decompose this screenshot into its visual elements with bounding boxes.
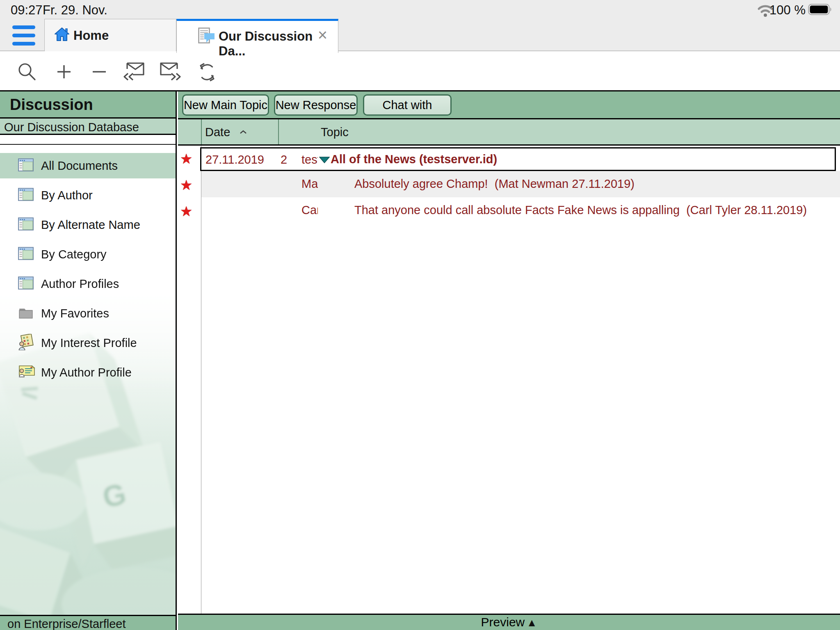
- column-header-date[interactable]: Date: [205, 126, 230, 139]
- column-divider: [278, 119, 279, 144]
- send-mail-icon[interactable]: [158, 61, 184, 81]
- interest-profile-icon: [18, 334, 34, 352]
- tab-discussion-database[interactable]: Our Discussion Da... ×: [176, 19, 338, 53]
- author-profile-icon: [18, 364, 35, 380]
- row-response-count: 2: [281, 153, 287, 167]
- main-view: New Main Topic New Response Chat with Au…: [177, 91, 840, 630]
- column-header-topic[interactable]: Topic: [321, 126, 349, 139]
- sidebar-footer: on Enterprise/Starfleet: [0, 615, 176, 630]
- star-icon[interactable]: ★: [180, 151, 196, 167]
- sidebar-item-label: My Favorites: [41, 307, 109, 320]
- sidebar-item-label: By Author: [41, 189, 93, 202]
- sidebar-item-author-profiles[interactable]: Author Profiles: [0, 271, 176, 297]
- sidebar-item-label: By Alternate Name: [41, 218, 140, 232]
- twistie-collapse-icon[interactable]: [319, 157, 330, 165]
- sidebar-item-label: All Documents: [41, 159, 118, 173]
- sidebar-item-my-favorites[interactable]: My Favorites: [0, 301, 176, 326]
- receive-mail-icon[interactable]: [121, 61, 148, 81]
- refresh-icon[interactable]: [196, 61, 219, 81]
- discussion-document-icon: [198, 27, 215, 47]
- sidebar-title: Discussion: [10, 96, 93, 114]
- row-topic: All of the News (testserver.id): [331, 153, 497, 166]
- app-window: 09:27 Fr. 29. Nov. 100 %: [0, 0, 840, 630]
- table-row-response[interactable]: Carl That anyone could call absolute Fac…: [201, 197, 840, 224]
- search-icon[interactable]: [16, 61, 39, 81]
- tab-home[interactable]: Home: [44, 19, 176, 51]
- close-icon[interactable]: ×: [318, 27, 327, 43]
- view-icon: [18, 188, 34, 203]
- table-row-response[interactable]: Mat Absolutely agree Champ! (Mat Newman …: [201, 171, 840, 197]
- new-main-topic-button[interactable]: New Main Topic: [182, 94, 269, 116]
- sidebar-database-band: Our Discussion Database: [0, 119, 176, 135]
- action-bar: New Main Topic New Response Chat with Au…: [178, 91, 840, 119]
- preview-expand-icon: ▲: [527, 616, 537, 629]
- view-icon: [18, 247, 34, 262]
- hamburger-menu-icon[interactable]: [0, 19, 44, 50]
- tab-home-label: Home: [73, 28, 109, 43]
- preview-bar[interactable]: Preview ▲: [178, 614, 840, 630]
- view-icon: [18, 276, 34, 291]
- status-date: Fr. 29. Nov.: [43, 3, 107, 18]
- sidebar-item-label: By Category: [41, 248, 107, 261]
- row-date: 27.11.2019: [205, 153, 264, 167]
- status-bar: 09:27 Fr. 29. Nov. 100 %: [0, 0, 840, 19]
- row-response-text: Absolutely agree Champ! (Mat Newman 27.1…: [354, 177, 635, 191]
- view-icon: [18, 158, 34, 173]
- chat-with-author-button[interactable]: Chat with Author: [363, 94, 452, 116]
- folder-icon: [18, 306, 34, 321]
- sidebar-title-band: Discussion: [0, 91, 176, 119]
- plus-icon[interactable]: [53, 61, 76, 81]
- preview-label: Preview: [481, 615, 525, 629]
- status-time: 09:27: [11, 3, 43, 18]
- sidebar-item-by-category[interactable]: By Category: [0, 242, 176, 267]
- battery-percent: 100 %: [769, 3, 806, 18]
- app-body: G Discussion Our Discussion Datab: [0, 90, 840, 630]
- sidebar: G Discussion Our Discussion Datab: [0, 91, 177, 630]
- sidebar-item-my-author-profile[interactable]: My Author Profile: [0, 360, 176, 385]
- table-row-main-topic[interactable]: 27.11.2019 2 test All of the News (tests…: [200, 147, 836, 171]
- view-icon: [18, 217, 34, 232]
- sidebar-item-label: Author Profiles: [41, 277, 119, 291]
- sidebar-item-my-interest-profile[interactable]: My Interest Profile: [0, 330, 176, 356]
- minus-icon[interactable]: [89, 61, 112, 81]
- sidebar-database-name: Our Discussion Database: [4, 121, 139, 134]
- new-response-button[interactable]: New Response: [274, 94, 358, 116]
- row-response-text: That anyone could call absolute Facts Fa…: [354, 203, 807, 217]
- row-author-clipped: test: [301, 153, 318, 167]
- star-icon[interactable]: ★: [180, 203, 196, 219]
- home-icon: [54, 26, 70, 44]
- battery-icon: [808, 4, 833, 17]
- sort-ascending-icon[interactable]: [239, 129, 248, 137]
- server-location-label: on Enterprise/Starfleet: [7, 617, 126, 630]
- sidebar-item-label: My Author Profile: [41, 366, 132, 379]
- sidebar-item-all-documents[interactable]: All Documents: [0, 153, 176, 178]
- table-header: Date Topic: [178, 119, 840, 146]
- sidebar-divider: [0, 144, 176, 145]
- row-author-clipped: Mat: [301, 177, 318, 191]
- column-divider: [201, 119, 202, 144]
- sidebar-item-label: My Interest Profile: [41, 336, 137, 350]
- row-author-clipped: Carl: [301, 203, 318, 217]
- sidebar-item-by-alternate-name[interactable]: By Alternate Name: [0, 212, 176, 237]
- sidebar-item-by-author[interactable]: By Author: [0, 183, 176, 208]
- toolbar: [0, 51, 840, 90]
- star-icon[interactable]: ★: [180, 177, 196, 193]
